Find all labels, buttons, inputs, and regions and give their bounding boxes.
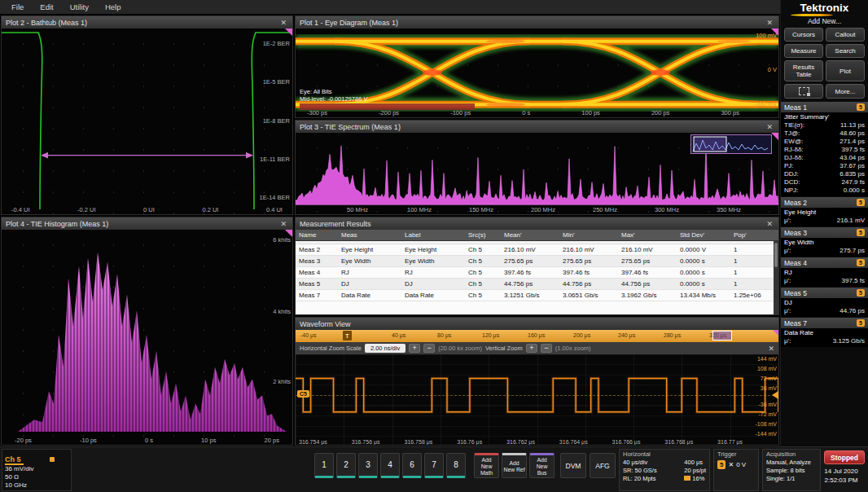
channel-button[interactable]: 1: [314, 453, 334, 478]
bathtub-plot-area[interactable]: 1E-2 BER1E-5 BER1E-8 BER1E-11 BER1E-14 B…: [2, 29, 292, 214]
results-row[interactable]: Meas 2 Eye Height Eye Height Ch 5 216.10…: [296, 244, 778, 256]
more-button[interactable]: More...: [826, 84, 865, 99]
resize-handle-icon[interactable]: [285, 29, 292, 36]
measurement-badge-header[interactable]: Meas 7 5: [781, 318, 868, 328]
results-row[interactable]: Meas 3 Eye Width Eye Width Ch 5 275.65 p…: [296, 256, 778, 267]
channel-button[interactable]: 4: [380, 453, 400, 478]
v-zoom-plus-button[interactable]: +: [526, 344, 537, 353]
stat-value: 3.125 Gb/s: [833, 337, 865, 345]
cursors-button[interactable]: Cursors: [784, 28, 823, 42]
overview-tick-label: 240 μs: [618, 332, 635, 338]
horizontal-duration: 400 μs: [684, 459, 706, 467]
spectrum-zoom-inset[interactable]: [690, 134, 772, 154]
h-zoom-value-field[interactable]: 2.00 ns/div: [365, 344, 406, 353]
zoom-selection-box[interactable]: [712, 331, 732, 340]
add-new-ref-button[interactable]: Add New Ref: [502, 453, 527, 478]
measurement-badge-item[interactable]: Meas 4 5 RJ μ': 397.5 fs: [781, 257, 868, 287]
h-zoom-plus-button[interactable]: +: [409, 344, 420, 353]
channel-button[interactable]: 8: [446, 453, 466, 478]
h-zoom-minus-button[interactable]: −: [423, 344, 435, 353]
resize-handle-icon[interactable]: [771, 29, 778, 36]
horizontal-panel[interactable]: Horizontal 40 μs/div SR: 50 GS/s RL: 20 …: [619, 449, 710, 491]
search-button[interactable]: Search: [826, 44, 865, 58]
draw-a-box-button[interactable]: [784, 84, 823, 99]
menu-file[interactable]: File: [3, 1, 32, 13]
plot-histogram-titlebar[interactable]: Plot 4 - TIE Histogram (Meas 1) ✕: [2, 217, 292, 230]
results-row[interactable]: Meas 5 DJ DJ Ch 5 44.756 ps 44.756 ps 44…: [296, 279, 778, 290]
stat-key: TIE(σ):: [784, 121, 804, 130]
plot-spectrum-title: Plot 3 - TIE Spectrum (Meas 1): [300, 123, 401, 131]
channel-5-panel[interactable]: Ch 5 36 mV/div 50 Ω 10 GHz: [2, 449, 72, 491]
plot-bathtub-titlebar[interactable]: Plot 2 - Bathtub (Meas 1) ✕: [2, 16, 292, 29]
results-table-button[interactable]: Results Table: [784, 60, 823, 81]
add-new-math-button[interactable]: Add New Math: [474, 453, 499, 478]
channel-button[interactable]: 3: [358, 453, 378, 478]
callout-button[interactable]: Callout: [826, 28, 865, 42]
close-icon[interactable]: ✕: [768, 345, 774, 353]
t-tick-label: 316.76 μs: [457, 439, 482, 445]
measurement-badge-header[interactable]: Meas 2 5: [781, 197, 868, 208]
close-icon[interactable]: ✕: [765, 220, 774, 228]
results-scrollbar[interactable]: [774, 241, 778, 314]
measurement-badge-header[interactable]: Meas 1 5: [781, 102, 868, 112]
histogram-plot-area[interactable]: 6 khits4 khits2 khits -20 ps-10 ps0 s10 …: [2, 230, 292, 445]
results-cell-std: 0.0000 s: [677, 267, 730, 278]
menu-help[interactable]: Help: [97, 1, 129, 13]
add-new-bus-button[interactable]: Add New Bus: [529, 453, 555, 478]
close-icon[interactable]: ✕: [278, 220, 288, 228]
tektronix-logo: Tektronix: [781, 2, 868, 14]
trigger-panel[interactable]: Trigger 5 ✕ 0 V: [713, 449, 759, 491]
x-tick-label: 150 MHz: [469, 206, 493, 213]
plot-spectrum-titlebar[interactable]: Plot 3 - TIE Spectrum (Meas 1) ✕: [296, 121, 778, 133]
resize-handle-icon[interactable]: [771, 133, 778, 140]
plot-eye-titlebar[interactable]: Plot 1 - Eye Diagram (Meas 1) ✕: [296, 16, 778, 29]
measurement-badge-item[interactable]: Meas 3 5 Eye Width μ': 275.7 ps: [781, 227, 868, 257]
channel-5-badge[interactable]: C5: [297, 390, 309, 398]
acquisition-panel[interactable]: Acquisition Manual, Analyze Sample: 8 bi…: [762, 449, 821, 491]
close-icon[interactable]: ✕: [765, 19, 774, 27]
measurement-name: Meas 4: [784, 259, 807, 267]
waveform-overview-band[interactable]: -40 μs40 μs80 μs120 μs160 μs200 μs240 μs…: [296, 330, 778, 342]
eye-plot-area[interactable]: Eye: All Bits Mid-level: -0.00129786 V 1…: [296, 29, 778, 117]
measurement-badge-header[interactable]: Meas 5 5: [781, 288, 868, 298]
measurement-badge-header[interactable]: Meas 4 5: [781, 257, 868, 268]
spectrum-plot-area[interactable]: 50 MHz100 MHz150 MHz200 MHz250 MHz300 MH…: [296, 133, 778, 214]
draw-a-box-icon: [799, 87, 809, 95]
afg-button[interactable]: AFG: [590, 453, 616, 478]
measurement-badge-item[interactable]: Meas 1 5 Jitter Summary' TIE(σ): 11.13 p…: [781, 102, 868, 196]
menu-edit[interactable]: Edit: [32, 1, 61, 13]
measure-button[interactable]: Measure: [784, 44, 823, 58]
menu-utility[interactable]: Utility: [62, 1, 97, 13]
results-titlebar[interactable]: Measurement Results ✕: [296, 217, 778, 230]
zoomed-waveform-area[interactable]: 144 mV108 mV72 mV36 mV-36 mV-72 mV-108 m…: [296, 354, 778, 445]
results-row[interactable]: Meas 7 Data Rate Data Rate Ch 5 3.1251 G…: [296, 290, 778, 301]
stat-value: 0.000 s: [844, 187, 865, 195]
measurement-stats: μ': 44.76 ps: [784, 307, 865, 315]
v-zoom-minus-button[interactable]: −: [541, 344, 552, 353]
measurement-badge-item[interactable]: Meas 5 5 DJ μ': 44.76 ps: [781, 288, 868, 317]
close-icon[interactable]: ✕: [278, 19, 288, 27]
plot-histogram-title: Plot 4 - TIE Histogram (Meas 1): [6, 220, 108, 228]
waveform-titlebar[interactable]: Waveform View: [296, 318, 778, 330]
channel-button[interactable]: 6: [402, 453, 422, 478]
plot-button[interactable]: Plot: [826, 60, 865, 81]
stopped-button[interactable]: Stopped: [824, 450, 865, 464]
results-column-header: Name: [296, 230, 338, 240]
resize-handle-icon[interactable]: [773, 330, 778, 336]
channel-button[interactable]: 2: [336, 453, 356, 478]
results-row[interactable]: Meas 4 RJ RJ Ch 5 397.46 fs 397.46 fs 39…: [296, 267, 778, 279]
close-icon[interactable]: ✕: [765, 123, 774, 131]
scrollbar-thumb[interactable]: [774, 243, 778, 267]
measurement-stats: μ': 275.7 ps: [784, 247, 865, 255]
waveform-t-axis: 316.754 μs316.756 μs316.758 μs316.76 μs3…: [296, 439, 746, 445]
channel-button[interactable]: 7: [424, 453, 444, 478]
overview-tick-label: 120 μs: [482, 332, 499, 338]
resize-handle-icon[interactable]: [285, 230, 292, 237]
measurement-badge-header[interactable]: Meas 3 5: [781, 227, 868, 238]
results-cell-std: 0.0000 V: [677, 244, 730, 255]
eye-annotation-highlight: [300, 103, 475, 110]
dvm-button[interactable]: DVM: [560, 453, 586, 478]
measurement-badge-item[interactable]: Meas 2 5 Eye Height μ': 216.1 mV: [781, 197, 868, 226]
bottom-bar: Ch 5 36 mV/div 50 Ω 10 GHz 1234678 Add N…: [0, 446, 868, 492]
measurement-badge-item[interactable]: Meas 7 5 Data Rate μ': 3.125 Gb/s: [781, 318, 868, 347]
